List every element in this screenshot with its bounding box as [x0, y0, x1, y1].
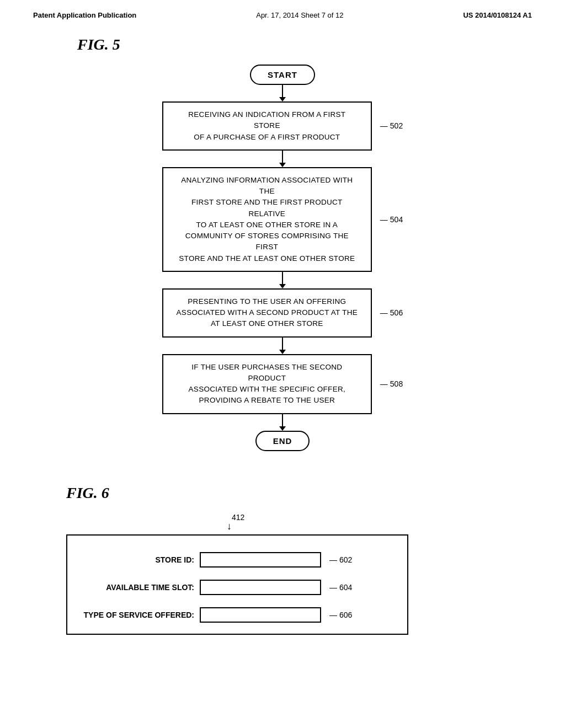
flowchart: START RECEIVING AN INDICATION FROM A FIR… — [33, 65, 532, 451]
form-row-label-604: 604 — [329, 583, 352, 592]
arrow-5 — [279, 414, 286, 431]
end-box: END — [255, 431, 310, 451]
step-506-row: PRESENTING TO THE USER AN OFFERING ASSOC… — [162, 288, 403, 338]
header-left: Patent Application Publication — [33, 11, 136, 19]
form-label-604: AVAILABLE TIME SLOT: — [78, 583, 200, 592]
fig6-title: FIG. 6 — [66, 484, 532, 502]
step-504-row: ANALYZING INFORMATION ASSOCIATED WITH TH… — [162, 167, 403, 272]
page: Patent Application Publication Apr. 17, … — [0, 0, 565, 728]
fig6-arrow-indicator: ↓ — [226, 522, 232, 532]
header-right: US 2014/0108124 A1 — [463, 11, 532, 19]
form-row-label-602: 602 — [329, 555, 352, 564]
fig6-label-area: 412 ↓ — [226, 513, 532, 532]
fig6-section: FIG. 6 412 ↓ STORE ID: 602 AVAILABLE TIM… — [33, 484, 532, 635]
arrow-3 — [279, 272, 286, 288]
step-508-label: 508 — [380, 379, 403, 388]
step-502-row: RECEIVING AN INDICATION FROM A FIRST STO… — [162, 101, 403, 151]
form-row-602: STORE ID: 602 — [78, 552, 396, 568]
end-row: END — [255, 431, 310, 451]
step-506-label: 506 — [380, 308, 403, 317]
step-508-box: IF THE USER PURCHASES THE SECOND PRODUCT… — [162, 354, 372, 414]
fig5-section: FIG. 5 START RECEIVING AN INDICATION FRO… — [33, 36, 532, 451]
step-506-box: PRESENTING TO THE USER AN OFFERING ASSOC… — [162, 288, 372, 338]
form-label-602: STORE ID: — [78, 555, 200, 564]
form-row-label-606: 606 — [329, 611, 352, 619]
step-502-label: 502 — [380, 121, 403, 130]
fig5-title: FIG. 5 — [77, 36, 532, 53]
step-504-label: 504 — [380, 215, 403, 224]
step-504-box: ANALYZING INFORMATION ASSOCIATED WITH TH… — [162, 167, 372, 272]
form-label-606: TYPE OF SERVICE OFFERED: — [78, 611, 200, 619]
start-row: START — [250, 65, 315, 85]
form-input-602[interactable] — [200, 552, 321, 568]
arrow-2 — [279, 151, 286, 167]
arrow-4 — [279, 338, 286, 354]
step-508-row: IF THE USER PURCHASES THE SECOND PRODUCT… — [162, 354, 403, 414]
form-row-604: AVAILABLE TIME SLOT: 604 — [78, 580, 396, 595]
start-box: START — [250, 65, 315, 85]
fig6-form-box: STORE ID: 602 AVAILABLE TIME SLOT: 604 T… — [66, 534, 408, 635]
form-row-606: TYPE OF SERVICE OFFERED: 606 — [78, 607, 396, 623]
step-502-box: RECEIVING AN INDICATION FROM A FIRST STO… — [162, 101, 372, 151]
header-center: Apr. 17, 2014 Sheet 7 of 12 — [256, 11, 343, 19]
fig6-container: 412 ↓ STORE ID: 602 AVAILABLE TIME SLOT:… — [66, 513, 532, 635]
form-input-604[interactable] — [200, 580, 321, 595]
fig6-box-label: 412 — [232, 513, 244, 522]
form-input-606[interactable] — [200, 607, 321, 623]
arrow-1 — [279, 85, 286, 101]
page-header: Patent Application Publication Apr. 17, … — [33, 11, 532, 19]
